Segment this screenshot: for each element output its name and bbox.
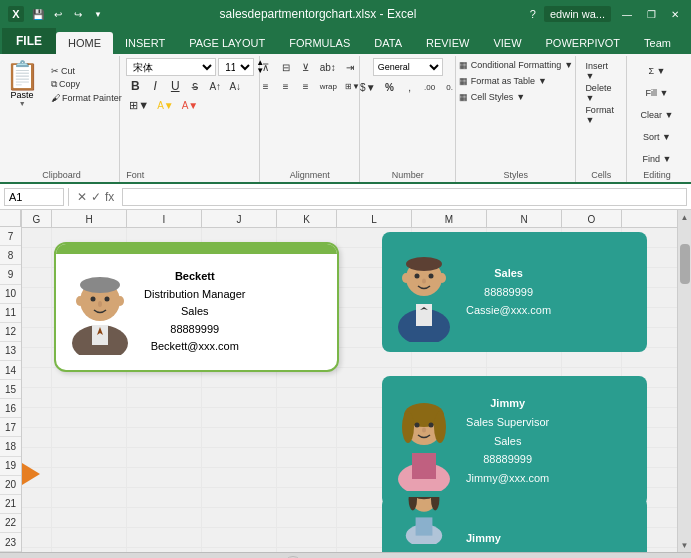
col-header-g[interactable]: G xyxy=(22,210,52,228)
row-header-14[interactable]: 14 xyxy=(0,361,21,380)
restore-button[interactable]: ❐ xyxy=(643,8,659,20)
text-angle-button[interactable]: ab↕ xyxy=(317,58,339,76)
align-center-button[interactable]: ≡ xyxy=(277,77,295,95)
number-format-select[interactable]: General xyxy=(373,58,443,76)
cassie-card[interactable]: Sales 88889999 Cassie@xxx.com xyxy=(382,232,647,352)
font-color-button[interactable]: A▼ xyxy=(179,96,202,114)
formula-confirm-icon[interactable]: ✓ xyxy=(91,190,101,204)
col-header-j[interactable]: J xyxy=(202,210,277,228)
borders-button[interactable]: ⊞▼ xyxy=(126,96,152,114)
row-header-23[interactable]: 23 xyxy=(0,533,21,552)
minimize-button[interactable]: — xyxy=(619,8,635,20)
conditional-formatting-button[interactable]: ▦ Conditional Formatting ▼ xyxy=(453,58,579,72)
tab-review[interactable]: REVIEW xyxy=(414,32,481,54)
row-header-20[interactable]: 20 xyxy=(0,476,21,495)
row-header-21[interactable]: 21 xyxy=(0,495,21,514)
more-quick-icon[interactable]: ▼ xyxy=(90,8,106,20)
delete-cells-button[interactable]: Delete ▼ xyxy=(582,84,620,102)
fill-button[interactable]: Fill ▼ xyxy=(643,84,672,102)
formula-input[interactable] xyxy=(122,188,687,206)
row-header-11[interactable]: 11 xyxy=(0,304,21,323)
wrap-text-button[interactable]: wrap xyxy=(317,77,340,95)
paste-arrow[interactable]: ▼ xyxy=(19,100,26,107)
clear-button[interactable]: Clear ▼ xyxy=(638,106,677,124)
row-header-7[interactable]: 7 xyxy=(0,227,21,246)
cell-g7[interactable] xyxy=(22,228,52,248)
align-left-button[interactable]: ≡ xyxy=(257,77,275,95)
save-quick-icon[interactable]: 💾 xyxy=(30,8,46,20)
row-header-19[interactable]: 19 xyxy=(0,457,21,476)
sort-filter-button[interactable]: Sort ▼ xyxy=(640,128,674,146)
redo-quick-icon[interactable]: ↪ xyxy=(70,8,86,20)
name-box[interactable]: A1 xyxy=(4,188,64,206)
col-header-i[interactable]: I xyxy=(127,210,202,228)
increase-font-button[interactable]: A↑ xyxy=(206,77,224,95)
beckett-card[interactable]: Beckett Distribution Manager Sales 88889… xyxy=(54,242,339,372)
tab-team[interactable]: Team xyxy=(632,32,683,54)
tab-page-layout[interactable]: PAGE LAYOUT xyxy=(177,32,277,54)
row-header-10[interactable]: 10 xyxy=(0,285,21,304)
row-header-8[interactable]: 8 xyxy=(0,246,21,265)
copy-button[interactable]: ⧉ Copy xyxy=(48,78,125,91)
vertical-scrollbar[interactable]: ▲ ▼ xyxy=(677,210,691,552)
jimmy2-card[interactable]: Jimmy xyxy=(382,497,647,552)
row-header-22[interactable]: 22 xyxy=(0,514,21,533)
row-header-15[interactable]: 15 xyxy=(0,380,21,399)
increase-decimal-button[interactable]: .00 xyxy=(421,78,439,96)
insert-cells-button[interactable]: Insert ▼ xyxy=(582,62,620,80)
find-select-button[interactable]: Find ▼ xyxy=(640,150,675,168)
scroll-down-arrow[interactable]: ▼ xyxy=(678,538,692,552)
col-header-l[interactable]: L xyxy=(337,210,412,228)
align-bottom-button[interactable]: ⊻ xyxy=(297,58,315,76)
formula-func-icon[interactable]: fx xyxy=(105,190,114,204)
underline-button[interactable]: U xyxy=(166,77,184,95)
decrease-font-button[interactable]: A↓ xyxy=(226,77,244,95)
tab-insert[interactable]: INSERT xyxy=(113,32,177,54)
font-size-select[interactable]: 11 xyxy=(218,58,254,76)
row-header-13[interactable]: 13 xyxy=(0,342,21,361)
align-middle-button[interactable]: ⊟ xyxy=(277,58,295,76)
strikethrough-button[interactable]: S̶ xyxy=(186,77,204,95)
format-painter-button[interactable]: 🖌 Format Painter xyxy=(48,92,125,104)
increase-indent-button[interactable]: ⇥ xyxy=(341,58,359,76)
col-header-n[interactable]: N xyxy=(487,210,562,228)
percent-button[interactable]: % xyxy=(381,78,399,96)
row-header-18[interactable]: 18 xyxy=(0,437,21,456)
align-right-button[interactable]: ≡ xyxy=(297,77,315,95)
align-top-button[interactable]: ⊼ xyxy=(257,58,275,76)
bold-button[interactable]: B xyxy=(126,77,144,95)
user-info[interactable]: edwin wa... xyxy=(544,6,611,22)
accounting-button[interactable]: $▼ xyxy=(357,78,378,96)
close-button[interactable]: ✕ xyxy=(667,8,683,20)
cut-button[interactable]: ✂ Cut xyxy=(48,65,125,77)
format-as-table-button[interactable]: ▦ Format as Table ▼ xyxy=(453,74,579,88)
undo-quick-icon[interactable]: ↩ xyxy=(50,8,66,20)
font-name-select[interactable]: 宋体 xyxy=(126,58,216,76)
cell-g8[interactable] xyxy=(22,248,52,268)
row-header-16[interactable]: 16 xyxy=(0,399,21,418)
jimmy1-card[interactable]: Jimmy Sales Supervisor Sales 88889999 Ji… xyxy=(382,376,647,506)
italic-button[interactable]: I xyxy=(146,77,164,95)
tab-file[interactable]: FILE xyxy=(2,28,56,54)
comma-button[interactable]: , xyxy=(401,78,419,96)
col-header-m[interactable]: M xyxy=(412,210,487,228)
paste-button[interactable]: 📋 Paste ▼ xyxy=(0,58,46,111)
formula-cancel-icon[interactable]: ✕ xyxy=(77,190,87,204)
tab-data[interactable]: DATA xyxy=(362,32,414,54)
tab-formulas[interactable]: FORMULAS xyxy=(277,32,362,54)
row-header-17[interactable]: 17 xyxy=(0,418,21,437)
fill-color-button[interactable]: A▼ xyxy=(154,96,177,114)
row-header-9[interactable]: 9 xyxy=(0,265,21,284)
cell-styles-button[interactable]: ▦ Cell Styles ▼ xyxy=(453,90,579,104)
scroll-up-arrow[interactable]: ▲ xyxy=(678,210,692,224)
row-header-12[interactable]: 12 xyxy=(0,323,21,342)
col-header-h[interactable]: H xyxy=(52,210,127,228)
tab-powerpivot[interactable]: POWERPIVOT xyxy=(534,32,633,54)
scroll-thumb[interactable] xyxy=(680,244,690,284)
tab-view[interactable]: VIEW xyxy=(481,32,533,54)
format-cells-button[interactable]: Format ▼ xyxy=(582,106,620,124)
col-header-o[interactable]: O xyxy=(562,210,622,228)
autosum-button[interactable]: Σ ▼ xyxy=(645,62,668,80)
help-icon[interactable]: ? xyxy=(530,8,536,20)
col-header-k[interactable]: K xyxy=(277,210,337,228)
